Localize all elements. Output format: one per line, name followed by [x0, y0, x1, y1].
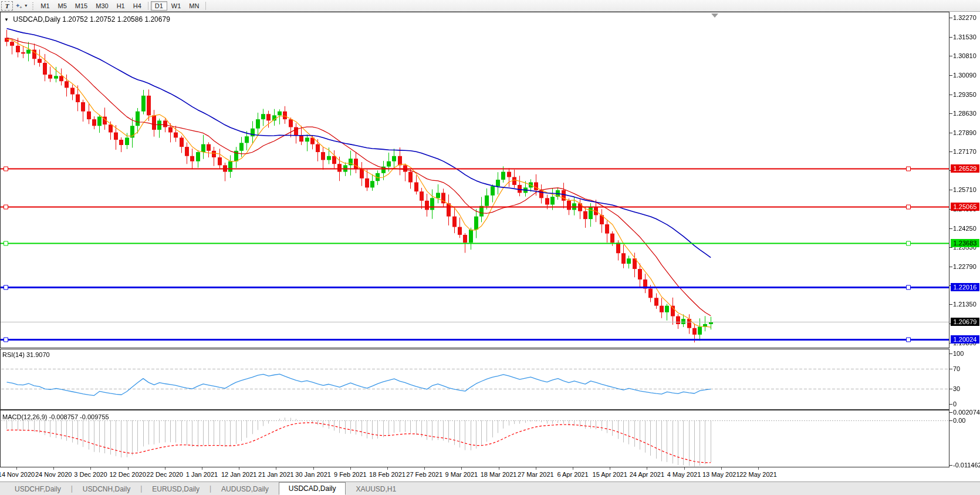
chart-tab-usdcnh[interactable]: USDCNH,Daily: [73, 483, 140, 495]
date-tick-mark: [387, 467, 388, 470]
hline-price-badge[interactable]: 1.26529: [951, 164, 979, 173]
timeframe-button-m15[interactable]: M15: [71, 1, 92, 11]
price-tick-label: 1.27890: [953, 129, 980, 136]
hline-price-badge[interactable]: 1.25065: [951, 203, 979, 211]
date-tick-label: 21 Jan 2021: [258, 471, 294, 478]
toolbar-grip: [31, 2, 35, 10]
timeframe-group-daily: D1W1MN: [151, 1, 204, 11]
date-tick-label: 24 Apr 2021: [630, 471, 664, 478]
date-tick-mark: [647, 467, 647, 470]
date-tick-label: 13 May 2021: [702, 471, 740, 478]
date-tick-mark: [53, 467, 54, 470]
date-tick-mark: [239, 467, 239, 470]
date-tick-mark: [684, 467, 685, 470]
collapse-triangle-icon: ▼: [4, 17, 9, 22]
date-tick-mark: [721, 467, 722, 470]
price-tick-label: 1.25710: [953, 186, 980, 193]
date-tick-label: 18 Feb 2021: [369, 471, 405, 478]
date-tick-mark: [461, 467, 462, 470]
date-tick-label: 24 Nov 2020: [35, 471, 72, 478]
date-tick-mark: [165, 467, 165, 470]
text-tool-button[interactable]: T: [1, 1, 13, 11]
date-tick-mark: [610, 467, 610, 470]
timeframe-button-m5[interactable]: M5: [54, 1, 71, 11]
chart-tab-usdchf[interactable]: USDCHF,Daily: [5, 483, 71, 495]
timeframe-button-m30[interactable]: M30: [92, 1, 112, 11]
date-tick-mark: [536, 467, 536, 470]
timeframe-button-w1[interactable]: W1: [167, 1, 185, 11]
rsi-tick-label: 70: [953, 365, 980, 372]
date-tick-label: 9 Mar 2021: [445, 471, 478, 478]
date-tick-label: 1 Jan 2021: [186, 471, 218, 478]
date-tick-mark: [313, 467, 314, 470]
price-tick-label: 1.31530: [953, 33, 980, 41]
date-tick-label: 15 Apr 2021: [593, 471, 627, 478]
date-tick-mark: [424, 467, 425, 470]
rsi-tick-label: 100: [953, 350, 980, 357]
date-tick-mark: [573, 467, 573, 470]
chart-title: ▼ USDCAD,Daily 1.20752 1.20752 1.20586 1…: [4, 15, 170, 23]
ohlc-quotes: 1.20752 1.20752 1.20586 1.20679: [62, 15, 170, 23]
price-tick-label: 1.30090: [953, 72, 980, 79]
macd-tick-label: 0.002074: [953, 409, 980, 416]
chevron-down-icon: ▾: [25, 3, 27, 8]
date-tick-label: 3 Dec 2020: [74, 471, 107, 478]
toolbar-separator: [205, 2, 206, 10]
timeframe-button-d1[interactable]: D1: [151, 1, 167, 11]
date-tick-label: 18 Mar 2021: [481, 471, 517, 478]
price-tick-label: 1.22790: [953, 263, 980, 270]
date-tick-label: 27 Mar 2021: [518, 471, 554, 478]
price-tick-label: 1.21350: [953, 301, 980, 308]
timeframe-button-h1[interactable]: H1: [113, 1, 129, 11]
date-tick-label: 6 Apr 2021: [557, 471, 588, 478]
toolbar-separator: [148, 2, 148, 10]
candlestick-chart-canvas[interactable]: [0, 12, 980, 467]
hline-price-badge[interactable]: 1.23683: [951, 239, 979, 247]
toolbar: T ✦ ✦ ▾ M1M5M15M30H1H4 D1W1MN: [0, 0, 980, 12]
time-axis: 14 Nov 202024 Nov 20203 Dec 202012 Dec 2…: [0, 467, 980, 481]
sparkle-small-icon: ✦: [19, 5, 22, 9]
price-tick-label: 1.28630: [953, 110, 980, 117]
date-tick-label: 27 Feb 2021: [406, 471, 442, 478]
timeframe-group-minutes: M1M5M15M30H1H4: [36, 1, 146, 11]
timeframe-button-h4[interactable]: H4: [129, 1, 146, 11]
date-tick-mark: [758, 467, 759, 470]
date-tick-label: 14 Nov 2020: [0, 471, 35, 478]
chart-tab-xauusd[interactable]: XAUUSD,H1: [346, 483, 406, 495]
timeframe-button-m1[interactable]: M1: [36, 1, 53, 11]
date-tick-label: 22 May 2021: [739, 471, 777, 478]
date-tick-mark: [16, 467, 17, 470]
date-tick-mark: [202, 467, 202, 470]
date-tick-mark: [90, 467, 91, 470]
symbol-label: USDCAD,Daily: [13, 15, 60, 23]
chart-tab-eurusd[interactable]: EURUSD,Daily: [142, 483, 209, 495]
hline-price-badge[interactable]: 1.22016: [951, 283, 979, 291]
date-tick-label: 30 Jan 2021: [295, 471, 331, 478]
date-tick-mark: [350, 467, 351, 470]
price-tick-label: 1.30810: [953, 52, 980, 59]
date-tick-mark: [499, 467, 499, 470]
date-tick-label: 9 Feb 2021: [334, 471, 367, 478]
macd-tick-label: 0.00: [953, 417, 980, 424]
date-tick-label: 12 Dec 2020: [109, 471, 146, 478]
rsi-tick-label: 30: [953, 385, 980, 392]
price-tick-label: 1.24250: [953, 225, 980, 232]
hline-price-badge[interactable]: 1.20024: [951, 335, 979, 344]
date-tick-label: 4 May 2021: [667, 471, 701, 478]
date-tick-label: 12 Jan 2021: [221, 471, 257, 478]
timeframe-button-mn[interactable]: MN: [185, 1, 203, 11]
date-tick-label: 22 Dec 2020: [147, 471, 183, 478]
price-tick-label: 1.29350: [953, 91, 980, 98]
date-tick-mark: [128, 467, 129, 470]
date-tick-mark: [276, 467, 276, 470]
chart-tab-audusd[interactable]: AUDUSD,Daily: [211, 483, 279, 495]
chart-tab-usdcad[interactable]: USDCAD,Daily: [279, 482, 346, 495]
chart-tab-bar: USDCHF,Daily|USDCNH,Daily|EURUSD,Daily|A…: [0, 481, 980, 495]
rsi-indicator-label: RSI(14) 31.9070: [2, 351, 50, 358]
current-price-badge: 1.20679: [951, 318, 979, 326]
rsi-tick-label: 0: [953, 400, 980, 408]
price-tick-label: 1.27170: [953, 148, 980, 155]
chart-styler-dropdown[interactable]: ✦ ✦ ▾: [13, 2, 29, 9]
price-tick-label: 1.32270: [953, 14, 980, 21]
macd-indicator-label: MACD(12,26,9) -0.008757 -0.009755: [2, 413, 109, 420]
